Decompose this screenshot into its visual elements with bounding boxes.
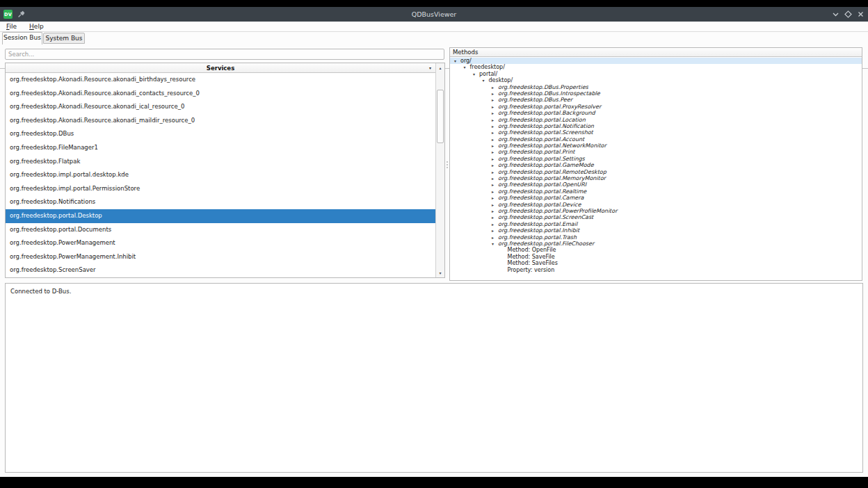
tree-row[interactable]: ▾org.freedesktop.portal.FileChooser [450,241,862,247]
expand-arrow-icon[interactable]: ▸ [492,214,498,220]
tree-label: Method: OpenFile [508,247,556,253]
expand-arrow-icon[interactable]: ▸ [492,156,498,162]
menu-file[interactable]: File [0,22,23,32]
tree-row[interactable]: ▸org.freedesktop.portal.Background [450,110,862,116]
expand-arrow-icon[interactable]: ▸ [492,162,498,168]
tree-label: Property: version [508,267,555,273]
tree-row[interactable]: ▸org.freedesktop.portal.ScreenCast [450,214,862,220]
tree-row[interactable]: Property: version [450,267,862,273]
tree-row[interactable]: ▸org.freedesktop.DBus.Introspectable [450,90,862,97]
collapse-arrow-icon[interactable]: ▾ [483,77,489,83]
tree-row[interactable]: Method: OpenFile [450,247,862,253]
service-row[interactable]: org.freedesktop.portal.Desktop [6,209,435,223]
service-row[interactable]: org.freedesktop.FileManager1 [6,141,435,155]
scroll-down-icon[interactable]: ▾ [436,268,444,277]
panel-splitter-handle[interactable] [446,161,448,172]
expand-arrow-icon[interactable]: ▸ [492,110,498,116]
tab-session-bus[interactable]: Session Bus [2,32,42,44]
service-row[interactable]: org.freedesktop.Akonadi.Resource.akonadi… [6,87,435,101]
tree-row[interactable]: ▸org.freedesktop.portal.NetworkMonitor [450,143,862,149]
expand-arrow-icon[interactable]: ▸ [492,175,498,181]
service-row[interactable]: org.freedesktop.PowerManagement.Inhibit [6,250,435,264]
menu-help[interactable]: Help [23,22,50,32]
tree-row[interactable]: ▸org.freedesktop.DBus.Properties [450,84,862,90]
service-row[interactable]: org.freedesktop.impl.portal.desktop.kde [6,168,435,182]
tab-system-bus[interactable]: System Bus [43,33,85,44]
tree-label: org.freedesktop.portal.OpenURI [498,181,586,188]
service-row[interactable]: org.freedesktop.PowerManagement [6,236,435,250]
tree-row[interactable]: ▾org/ [450,58,862,64]
expand-arrow-icon[interactable]: ▸ [492,90,498,97]
services-column-header[interactable]: Services ▾ [6,63,435,73]
collapse-arrow-icon[interactable]: ▾ [464,64,470,70]
tree-row[interactable]: ▸org.freedesktop.portal.Inhibit [450,227,862,234]
expand-arrow-icon[interactable]: ▸ [492,117,498,123]
tree-row[interactable]: ▸org.freedesktop.portal.RemoteDesktop [450,169,862,175]
collapse-arrow-icon[interactable]: ▾ [492,241,498,247]
tree-row[interactable]: ▸org.freedesktop.portal.MemoryMonitor [450,175,862,181]
collapse-arrow-icon[interactable]: ▾ [454,58,460,64]
service-row[interactable]: org.freedesktop.Notifications [6,195,435,209]
expand-arrow-icon[interactable]: ▸ [492,181,498,188]
minimize-button[interactable] [831,10,840,19]
tree-row[interactable]: ▸org.freedesktop.portal.Trash [450,234,862,241]
tree-label: desktop/ [489,77,513,83]
services-rows: org.freedesktop.Akonadi.Resource.akonadi… [6,73,435,277]
maximize-button[interactable] [844,10,853,19]
service-row[interactable]: org.freedesktop.DBus [6,127,435,141]
tree-row[interactable]: ▸org.freedesktop.portal.PowerProfileMoni… [450,208,862,214]
expand-arrow-icon[interactable]: ▸ [492,143,498,149]
service-row[interactable]: org.freedesktop.ScreenSaver [6,263,435,277]
tree-row[interactable]: ▸org.freedesktop.portal.Location [450,117,862,123]
tree-row[interactable]: ▸org.freedesktop.portal.OpenURI [450,181,862,188]
expand-arrow-icon[interactable]: ▸ [492,97,498,103]
tree-row[interactable]: ▸org.freedesktop.portal.Screenshot [450,129,862,136]
tree-row[interactable]: Method: SaveFiles [450,260,862,266]
expand-arrow-icon[interactable]: ▸ [492,149,498,155]
tree-label: org.freedesktop.portal.PowerProfileMonit… [498,208,617,214]
scrollbar-thumb[interactable] [437,90,444,143]
expand-arrow-icon[interactable]: ▸ [492,169,498,175]
search-input[interactable] [5,49,444,60]
service-row[interactable]: org.freedesktop.Akonadi.Resource.akonadi… [6,73,435,87]
service-row[interactable]: org.freedesktop.Flatpak [6,155,435,169]
scroll-up-icon[interactable]: ▴ [436,63,444,72]
service-row[interactable]: org.freedesktop.portal.Documents [6,223,435,237]
tree-row[interactable]: ▸org.freedesktop.portal.Camera [450,195,862,201]
tree-label: org.freedesktop.portal.RemoteDesktop [498,169,606,175]
tree-row[interactable]: ▸org.freedesktop.portal.Device [450,202,862,208]
tree-row[interactable]: ▸org.freedesktop.portal.Settings [450,156,862,162]
expand-arrow-icon[interactable]: ▸ [492,104,498,110]
expand-arrow-icon[interactable]: ▸ [492,221,498,227]
expand-arrow-icon[interactable]: ▸ [492,123,498,129]
expand-arrow-icon[interactable]: ▸ [492,84,498,90]
collapse-arrow-icon[interactable]: ▾ [473,71,479,77]
tree-label: org.freedesktop.portal.Notification [498,123,594,129]
tree-row[interactable]: Method: SaveFile [450,254,862,260]
service-row[interactable]: org.freedesktop.Akonadi.Resource.akonadi… [6,114,435,128]
tree-row[interactable]: ▾portal/ [450,71,862,77]
service-row[interactable]: org.freedesktop.impl.portal.PermissionSt… [6,182,435,196]
tree-row[interactable]: ▾desktop/ [450,77,862,83]
expand-arrow-icon[interactable]: ▸ [492,208,498,214]
tree-row[interactable]: ▸org.freedesktop.portal.ProxyResolver [450,104,862,110]
close-button[interactable] [856,10,865,19]
service-row[interactable]: org.freedesktop.Akonadi.Resource.akonadi… [6,100,435,114]
expand-arrow-icon[interactable]: ▸ [492,202,498,208]
tree-row[interactable]: ▸org.freedesktop.portal.Account [450,136,862,143]
tree-row[interactable]: ▸org.freedesktop.portal.Realtime [450,188,862,195]
tree-row[interactable]: ▸org.freedesktop.portal.Email [450,221,862,227]
services-scrollbar[interactable]: ▴ ▾ [435,63,444,277]
expand-arrow-icon[interactable]: ▸ [492,188,498,195]
expand-arrow-icon[interactable]: ▸ [492,129,498,136]
expand-arrow-icon[interactable]: ▸ [492,234,498,241]
tree-row[interactable]: ▸org.freedesktop.portal.GameMode [450,162,862,168]
tree-row[interactable]: ▸org.freedesktop.DBus.Peer [450,97,862,103]
tree-row[interactable]: ▸org.freedesktop.portal.Print [450,149,862,155]
tree-row[interactable]: ▸org.freedesktop.portal.Notification [450,123,862,129]
expand-arrow-icon[interactable]: ▸ [492,136,498,143]
expand-arrow-icon[interactable]: ▸ [492,195,498,201]
tree-label: org.freedesktop.DBus.Peer [498,97,572,103]
expand-arrow-icon[interactable]: ▸ [492,227,498,234]
tree-row[interactable]: ▾freedesktop/ [450,64,862,70]
